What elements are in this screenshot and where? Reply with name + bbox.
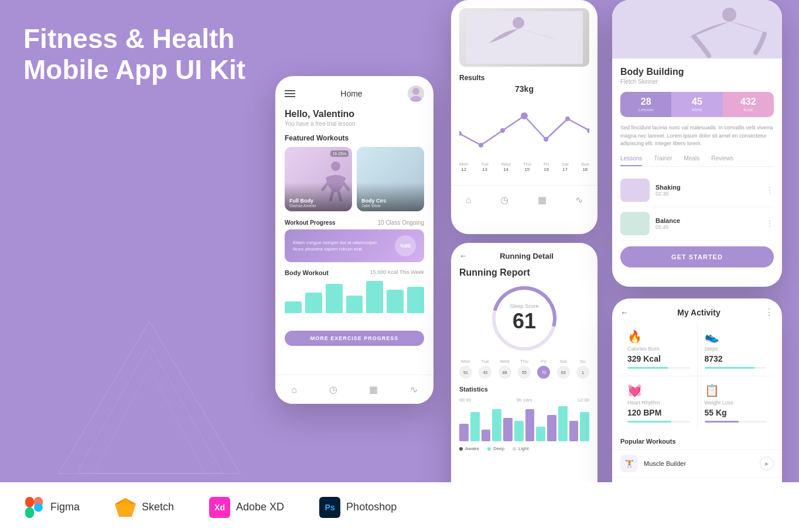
sbar-8 bbox=[536, 427, 545, 441]
sbar-10 bbox=[558, 406, 568, 441]
stats-legend: Awake Deep Light bbox=[459, 446, 589, 451]
heart-value: 120 BPM bbox=[627, 408, 690, 417]
workout-card-2[interactable]: Body Circ Jake Wear bbox=[357, 147, 424, 211]
results-chart bbox=[459, 98, 589, 157]
lesson1-duration: 02:30 bbox=[655, 191, 760, 197]
nav-calendar-icon[interactable]: ▦ bbox=[369, 384, 378, 395]
svg-point-11 bbox=[513, 17, 524, 29]
bb-tab-reviews[interactable]: Reviews bbox=[711, 155, 733, 166]
bb-stat-kcal: 432 Kcal bbox=[723, 92, 774, 117]
bb-description: Sed fincidunt lacinia nunc val malesuada… bbox=[620, 124, 774, 148]
lesson2-more-icon[interactable]: ⋮ bbox=[766, 219, 774, 228]
svg-point-5 bbox=[331, 162, 340, 171]
phone-results-screen: Results 73kg Mon12 Tue13 Wed14 Thu15 Fri… bbox=[451, 0, 597, 234]
xd-icon: Xd bbox=[209, 497, 230, 518]
nav-home-icon[interactable]: ⌂ bbox=[291, 385, 297, 395]
bb-stat-lessons: 28 Lesson bbox=[620, 92, 671, 117]
bb-tab-trainer[interactable]: Trainer bbox=[654, 155, 672, 166]
stats-bars bbox=[459, 406, 589, 441]
legend-awake: Awake bbox=[465, 446, 479, 451]
steps-value: 8732 bbox=[705, 354, 767, 363]
popular-item-1: 🏋 Muscle Builder ▶ bbox=[612, 449, 782, 477]
greeting-text: Hello, Valentino bbox=[285, 109, 424, 119]
svg-rect-10 bbox=[466, 11, 583, 64]
svg-marker-1 bbox=[76, 345, 223, 473]
lesson1-more-icon[interactable]: ⋮ bbox=[766, 186, 774, 195]
results-weight: 73kg bbox=[459, 84, 589, 94]
workout1-name: Full Body bbox=[289, 198, 316, 204]
tool-ps: Ps Photoshop bbox=[319, 497, 397, 518]
bb-stat-mins: 45 Mins bbox=[671, 92, 722, 117]
more-exercise-btn[interactable]: MORE EXERCISE PROGRESS bbox=[285, 331, 424, 346]
nav-chart-icon[interactable]: ∿ bbox=[410, 384, 418, 395]
sbar-7 bbox=[525, 409, 535, 441]
bar-5 bbox=[366, 281, 383, 313]
svg-point-16 bbox=[544, 137, 548, 142]
bb-tab-meals[interactable]: Meals bbox=[684, 155, 700, 166]
weight-icon: 📋 bbox=[705, 383, 767, 397]
running-back-arrow[interactable]: ← bbox=[459, 251, 467, 260]
sleep-score: 61 bbox=[513, 309, 536, 334]
bb-stats: 28 Lesson 45 Mins 432 Kcal bbox=[620, 92, 774, 117]
legend-light: Light bbox=[518, 446, 528, 451]
sbar-6 bbox=[514, 421, 524, 441]
lesson1-name: Shaking bbox=[655, 184, 760, 191]
nav-timer-icon[interactable]: ◷ bbox=[329, 384, 337, 395]
activity-back-arrow[interactable]: ← bbox=[620, 308, 629, 317]
heart-icon: 💓 bbox=[627, 383, 690, 397]
body-workout-value: 15.000 Kcal This Week bbox=[370, 269, 424, 276]
running-header-title: Running Detail bbox=[472, 252, 581, 260]
bb-stat1-number: 28 bbox=[641, 97, 651, 107]
bb-stat3-label: Kcal bbox=[744, 107, 753, 112]
results-nav-timer[interactable]: ◷ bbox=[500, 194, 508, 205]
bb-subtitle: Fletch Skinner bbox=[620, 78, 774, 85]
phone-home-title: Home bbox=[340, 89, 362, 98]
calories-label: Calories Burn bbox=[627, 346, 690, 352]
lesson-item-2: Balance 05:45 ⋮ bbox=[620, 207, 774, 241]
phone-main-screen: Home Hello, Valentino You have a free tr… bbox=[275, 76, 433, 404]
results-nav-chart[interactable]: ∿ bbox=[575, 194, 583, 205]
weight-value: 55 Kg bbox=[705, 408, 767, 417]
sbar-12 bbox=[580, 412, 589, 441]
tool-xd: Xd Adobe XD bbox=[209, 497, 284, 518]
play-btn-1[interactable]: ▶ bbox=[760, 457, 774, 471]
popular-workouts-title: Popular Workouts bbox=[612, 438, 782, 449]
activity-title: My Activity bbox=[633, 308, 764, 317]
stats-title: Statistics bbox=[459, 386, 589, 393]
svg-point-20 bbox=[722, 8, 736, 22]
lesson1-info: Shaking 02:30 bbox=[655, 184, 760, 197]
svg-point-14 bbox=[500, 128, 505, 133]
bb-tab-lessons[interactable]: Lessons bbox=[620, 155, 642, 166]
results-nav-home[interactable]: ⌂ bbox=[466, 195, 472, 205]
bar-7 bbox=[407, 287, 424, 313]
lesson2-name: Balance bbox=[655, 217, 760, 224]
results-nav-cal[interactable]: ▦ bbox=[538, 194, 547, 205]
lesson1-thumb bbox=[620, 179, 650, 202]
featured-label: Featured Workouts bbox=[285, 134, 424, 142]
sleep-circle: Sleep Score 61 bbox=[492, 286, 556, 351]
activity-header: ← My Activity ⋮ bbox=[612, 298, 782, 322]
sbar-3 bbox=[482, 430, 491, 441]
calories-icon: 🔥 bbox=[627, 330, 690, 344]
activity-more-icon[interactable]: ⋮ bbox=[764, 307, 774, 318]
svg-point-13 bbox=[479, 143, 483, 147]
menu-icon[interactable] bbox=[285, 90, 295, 97]
svg-rect-25 bbox=[25, 507, 34, 518]
body-workout-label: Body Workout bbox=[285, 269, 329, 276]
sbar-5 bbox=[503, 418, 513, 441]
workout-card-1[interactable]: Full Body Dianna Ameler 1h 25m bbox=[285, 147, 352, 211]
bar-6 bbox=[387, 290, 404, 313]
main-title: Fitness & Health Mobile App UI Kit bbox=[23, 23, 269, 85]
bar-3 bbox=[326, 284, 343, 313]
sleep-score-container: Sleep Score 61 bbox=[459, 286, 589, 351]
legend-deep: Deep bbox=[493, 446, 504, 451]
lesson-item-1: Shaking 02:30 ⋮ bbox=[620, 174, 774, 207]
svg-point-24 bbox=[34, 503, 43, 512]
workout1-duration: 1h 25m bbox=[330, 150, 349, 157]
tool-sketch: Sketch bbox=[115, 497, 174, 518]
left-panel: Fitness & Health Mobile App UI Kit bbox=[23, 23, 269, 97]
sleep-label: Sleep Score bbox=[510, 303, 538, 309]
bb-stat1-label: Lesson bbox=[638, 107, 654, 112]
get-started-button[interactable]: GET STARTED bbox=[620, 246, 774, 267]
svg-marker-2 bbox=[94, 368, 205, 473]
